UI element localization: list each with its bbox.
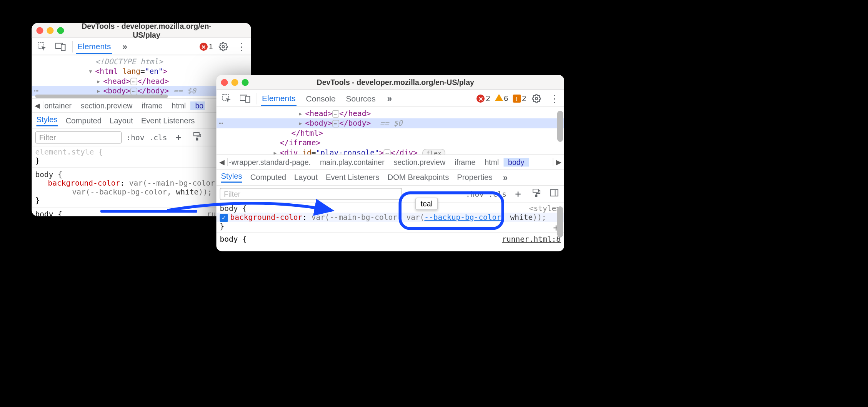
zoom-dot[interactable] <box>242 79 249 86</box>
css-var-link[interactable]: --backup-bg-color <box>424 213 501 222</box>
crumb-item[interactable]: ontainer <box>43 101 76 110</box>
tab-console[interactable]: Console <box>305 91 337 105</box>
crumb-prev-icon[interactable]: ◀ <box>217 158 228 166</box>
source-link[interactable]: runner.html:8 <box>502 234 561 243</box>
tab-sources[interactable]: Sources <box>345 91 377 105</box>
separator <box>72 41 73 52</box>
paint-icon[interactable] <box>190 132 203 143</box>
crumb-next-icon[interactable]: ▶ <box>553 158 564 166</box>
cls-toggle[interactable]: .cls <box>149 133 167 142</box>
svg-rect-11 <box>535 195 537 196</box>
panel-tab-layout[interactable]: Layout <box>294 173 318 182</box>
close-dot[interactable] <box>37 27 43 34</box>
cls-toggle[interactable]: .cls <box>488 190 506 199</box>
filter-input[interactable]: Filter <box>220 188 402 200</box>
hov-toggle[interactable]: :hov <box>466 190 484 199</box>
panel-tab-properties[interactable]: Properties <box>457 173 492 182</box>
inspect-icon[interactable] <box>219 90 235 106</box>
crumb-item[interactable]: section.preview <box>76 101 137 110</box>
new-rule-icon[interactable]: ＋ <box>511 188 525 200</box>
window-title: DevTools - developer.mozilla.org/en-US/p… <box>255 78 537 87</box>
devtools-toolbar: Elements » ✕1 ⋮ <box>32 38 251 55</box>
traffic-lights <box>37 27 64 34</box>
dom-tree[interactable]: <head>⋯</head> ⋯<body>⋯</body> == $0 </h… <box>217 107 565 154</box>
svg-rect-2 <box>61 44 65 51</box>
warn-count[interactable]: 6 <box>495 94 508 103</box>
svg-rect-8 <box>246 96 250 103</box>
window-title: DevTools - developer.mozilla.org/en-US/p… <box>70 23 223 39</box>
crumb-prev-icon[interactable]: ◀ <box>32 101 43 110</box>
devtools-toolbar: Elements Console Sources » ✕2 6 !2 ⋮ <box>217 90 565 107</box>
gear-icon[interactable] <box>528 90 545 106</box>
crumb-item[interactable]: iframe <box>450 158 480 166</box>
tab-elements[interactable]: Elements <box>261 91 297 106</box>
crumb-item[interactable]: html <box>167 101 191 110</box>
titlebar: DevTools - developer.mozilla.org/en-US/p… <box>217 75 565 90</box>
error-icon: ✕ <box>200 43 208 51</box>
crumb-item-active[interactable]: body <box>503 158 529 166</box>
styles-filter-row: Filter :hov .cls ＋ <box>217 186 565 203</box>
warning-icon <box>495 94 503 101</box>
info-count[interactable]: !2 <box>513 94 526 103</box>
zoom-dot[interactable] <box>57 27 64 34</box>
crumb-item[interactable]: html <box>480 158 503 166</box>
css-var-tooltip: teal <box>415 198 438 210</box>
crumb-item[interactable]: -wrapper.standard-page. <box>228 158 315 166</box>
panel-tab-styles[interactable]: Styles <box>221 172 242 183</box>
crumb-item[interactable]: main.play.container <box>315 158 389 166</box>
computed-sidebar-icon[interactable] <box>548 189 561 200</box>
more-tabs-icon[interactable]: » <box>120 42 130 51</box>
crumb-item[interactable]: iframe <box>137 101 167 110</box>
panel-tab-eventlisteners[interactable]: Event Listeners <box>326 173 380 182</box>
svg-rect-10 <box>533 189 538 192</box>
panel-tab-computed[interactable]: Computed <box>250 173 286 182</box>
styles-panel-tabs: Styles Computed Layout Event Listeners D… <box>217 169 565 186</box>
devtools-window-2: DevTools - developer.mozilla.org/en-US/p… <box>217 75 565 251</box>
property-checkbox[interactable]: ✓ <box>220 214 228 222</box>
new-rule-icon[interactable]: ＋ <box>172 131 185 144</box>
info-icon: ! <box>513 95 521 103</box>
svg-point-9 <box>535 97 538 100</box>
svg-point-3 <box>222 45 225 48</box>
panel-tab-dombreakpoints[interactable]: DOM Breakpoints <box>388 173 449 182</box>
hov-toggle[interactable]: :hov <box>127 133 145 142</box>
gear-icon[interactable] <box>215 38 232 55</box>
annotation-underline <box>100 210 197 213</box>
filter-input[interactable]: Filter <box>35 131 122 144</box>
traffic-lights <box>221 79 249 86</box>
error-count[interactable]: ✕2 <box>476 94 490 103</box>
device-toggle-icon[interactable] <box>53 38 69 55</box>
inspect-icon[interactable] <box>34 38 50 55</box>
kebab-icon[interactable]: ⋮ <box>547 92 562 105</box>
crumb-item-active[interactable]: bo <box>190 101 205 110</box>
close-dot[interactable] <box>221 79 228 86</box>
minimize-dot[interactable] <box>232 79 238 86</box>
device-toggle-icon[interactable] <box>237 90 253 106</box>
more-panels-icon[interactable]: » <box>501 173 510 183</box>
minimize-dot[interactable] <box>47 27 54 34</box>
css-rules[interactable]: body {<style> ✓background-color: var(--m… <box>217 203 565 251</box>
panel-tab-eventlisteners[interactable]: Event Listeners <box>141 116 195 125</box>
breadcrumb[interactable]: ◀ -wrapper.standard-page. main.play.cont… <box>217 154 565 169</box>
tab-elements[interactable]: Elements <box>76 39 112 54</box>
kebab-icon[interactable]: ⋮ <box>234 40 249 53</box>
svg-rect-5 <box>196 138 198 140</box>
more-tabs-icon[interactable]: » <box>385 93 395 103</box>
svg-rect-12 <box>550 189 558 196</box>
panel-tab-layout[interactable]: Layout <box>110 116 133 125</box>
panel-tab-computed[interactable]: Computed <box>66 116 102 125</box>
panel-tab-styles[interactable]: Styles <box>37 115 58 126</box>
error-count[interactable]: ✕1 <box>200 42 213 51</box>
paint-icon[interactable] <box>530 189 543 200</box>
svg-rect-4 <box>193 133 199 136</box>
crumb-item[interactable]: section.preview <box>389 158 450 166</box>
titlebar: DevTools - developer.mozilla.org/en-US/p… <box>32 23 251 38</box>
error-icon: ✕ <box>476 95 485 103</box>
